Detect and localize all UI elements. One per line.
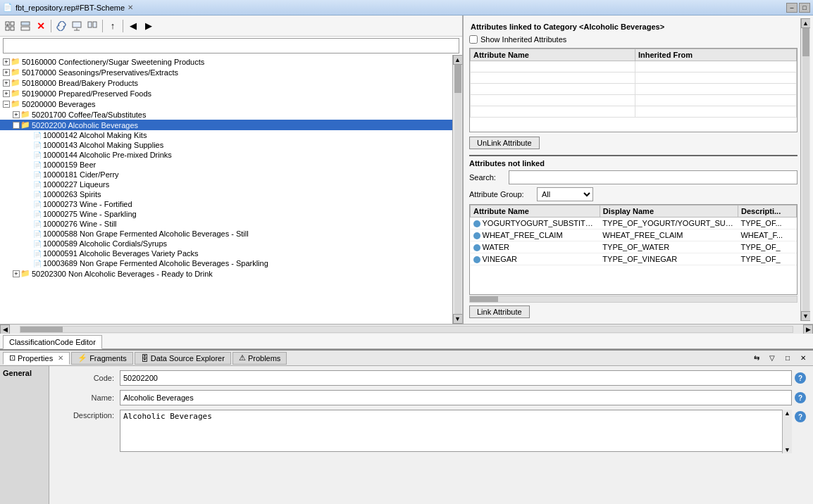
- desc-vscroll-up[interactable]: ▲: [783, 410, 792, 417]
- editor-tab[interactable]: ClassificationCode Editor: [3, 335, 102, 349]
- bottom-maximize-btn[interactable]: □: [781, 351, 795, 365]
- toolbar-separator-3: [123, 20, 123, 32]
- code-help-icon[interactable]: ?: [795, 372, 806, 384]
- desc-vscroll-track: [783, 417, 792, 446]
- vscroll-down-btn[interactable]: ▼: [453, 314, 463, 324]
- tree-item[interactable]: 📄10000276 Wine - Still: [0, 219, 452, 229]
- tree-item[interactable]: 📄10000144 Alcoholic Pre-mixed Drinks: [0, 150, 452, 160]
- not-linked-row[interactable]: VINEGAR TYPE_OF_VINEGAR TYPE_OF_: [471, 253, 797, 265]
- forward-btn[interactable]: ▶: [142, 19, 156, 33]
- nl-display-name: WHEAT_FREE_CLAIM: [600, 229, 738, 241]
- bottom-synced-btn[interactable]: ⇆: [750, 351, 764, 365]
- nl-col-display-name: Display Name: [600, 206, 738, 218]
- tree-item[interactable]: 📄10000181 Cider/Perry: [0, 170, 452, 179]
- title-bar: 📄 fbt_repository.rep#FBT-Scheme ✕ – □: [0, 0, 813, 15]
- problems-tab-label: Problems: [248, 354, 280, 363]
- hscroll-right-btn[interactable]: ▶: [803, 325, 813, 334]
- tree-item[interactable]: 📄10003689 Non Grape Fermented Alcoholic …: [0, 258, 452, 268]
- bottom-minimize-btn[interactable]: ▽: [765, 351, 779, 365]
- maximize-btn[interactable]: □: [799, 3, 810, 13]
- properties-form: Code: ? Name: ? Description: Alcoholic B…: [49, 366, 813, 504]
- title-bar-text: fbt_repository.rep#FBT-Scheme: [15, 4, 125, 12]
- tree-item[interactable]: +📁50160000 Confectionery/Sugar Sweetenin…: [0, 56, 452, 67]
- svg-rect-10: [88, 22, 92, 27]
- problems-tab[interactable]: ⚠ Problems: [232, 352, 287, 365]
- attr-group-select[interactable]: All: [537, 187, 593, 201]
- desc-help-icon[interactable]: ?: [795, 411, 806, 422]
- unlink-attribute-btn[interactable]: UnLink Attribute: [469, 137, 540, 149]
- title-bar-icon: 📄: [3, 3, 13, 12]
- link-btn-toolbar[interactable]: [54, 19, 68, 33]
- tree-item[interactable]: 📄10000591 Alcoholic Beverages Variety Pa…: [0, 248, 452, 258]
- tree-item[interactable]: +📁50170000 Seasonings/Preservatives/Extr…: [0, 67, 452, 77]
- tree-item[interactable]: 📄10000589 Alcoholic Cordials/Syrups: [0, 239, 452, 248]
- tree-item[interactable]: 📄10000142 Alcohol Making Kits: [0, 130, 452, 140]
- attr-search-input[interactable]: [509, 170, 798, 184]
- title-bar-close-btn[interactable]: ✕: [128, 4, 133, 11]
- general-nav-label: General: [3, 369, 46, 377]
- hscroll-left-btn[interactable]: ◀: [0, 325, 10, 334]
- tree-item[interactable]: 📄10000143 Alcohol Making Supplies: [0, 140, 452, 150]
- tree-item[interactable]: –📁50202200 Alcoholic Beverages: [0, 120, 452, 130]
- tree-item[interactable]: 📄10000273 Wine - Fortified: [0, 199, 452, 209]
- properties-tab[interactable]: ⊡ Properties ✕: [3, 352, 70, 365]
- tree-item[interactable]: 📄10000159 Beer: [0, 160, 452, 170]
- show-inherited-checkbox[interactable]: [469, 35, 478, 44]
- minimize-btn[interactable]: –: [786, 3, 798, 13]
- desc-textarea[interactable]: Alcoholic Beverages: [120, 410, 792, 452]
- right-vscroll-down-btn[interactable]: ▼: [801, 311, 811, 321]
- not-linked-title: Attributes not linked: [469, 159, 798, 168]
- tree-item[interactable]: +📁50201700 Coffee/Tea/Substitutes: [0, 109, 452, 120]
- nl-hscroll-thumb[interactable]: [470, 296, 498, 302]
- desc-vscroll[interactable]: ▲ ▼: [782, 410, 792, 453]
- not-linked-row[interactable]: YOGURTYOGURT_SUBSTITUTE TYPE_OF_YOGURT/Y…: [471, 218, 797, 229]
- tree-item[interactable]: +📁50180000 Bread/Bakery Products: [0, 77, 452, 88]
- svg-rect-7: [73, 22, 81, 27]
- nl-display-name: TYPE_OF_VINEGAR: [600, 253, 738, 265]
- tree-vscroll[interactable]: ▲ ▼: [452, 55, 462, 324]
- properties-tab-close[interactable]: ✕: [58, 354, 63, 362]
- tree-item[interactable]: –📁50200000 Beverages: [0, 99, 452, 109]
- bottom-close-btn[interactable]: ✕: [796, 351, 810, 365]
- add-child-btn[interactable]: [70, 19, 84, 33]
- search-bar: [0, 37, 462, 55]
- properties-tab-label: Properties: [18, 354, 53, 363]
- datasource-tab[interactable]: 🗄 Data Source Explorer: [135, 352, 231, 365]
- expand-all-btn[interactable]: [3, 19, 17, 33]
- right-vscroll[interactable]: ▲ ▼: [800, 18, 810, 321]
- move-up-btn[interactable]: ↑: [106, 19, 120, 33]
- svg-rect-4: [11, 27, 14, 30]
- desc-vscroll-down[interactable]: ▼: [783, 446, 792, 453]
- name-help-icon[interactable]: ?: [795, 392, 806, 403]
- not-linked-row[interactable]: WATER TYPE_OF_WATER TYPE_OF_: [471, 241, 797, 253]
- tree-item[interactable]: 📄10000275 Wine - Sparkling: [0, 209, 452, 219]
- right-vscroll-up-btn[interactable]: ▲: [801, 18, 811, 28]
- add-sibling-btn[interactable]: [85, 19, 99, 33]
- properties-tab-icon: ⊡: [9, 353, 15, 363]
- link-attribute-btn[interactable]: Link Attribute: [469, 305, 530, 318]
- datasource-tab-icon: 🗄: [141, 354, 149, 363]
- nl-hscroll[interactable]: [469, 296, 798, 303]
- tree-item[interactable]: +📁50190000 Prepared/Preserved Foods: [0, 88, 452, 99]
- delete-btn[interactable]: ✕: [34, 19, 48, 33]
- tree-item[interactable]: 📄10000588 Non Grape Fermented Alcoholic …: [0, 229, 452, 239]
- back-btn[interactable]: ◀: [126, 19, 140, 33]
- tree-item[interactable]: 📄10000227 Liqueurs: [0, 179, 452, 189]
- code-label: Code:: [56, 374, 120, 382]
- not-linked-row[interactable]: WHEAT_FREE_CLAIM WHEAT_FREE_CLAIM WHEAT_…: [471, 229, 797, 241]
- vscroll-up-btn[interactable]: ▲: [453, 55, 463, 65]
- fragments-tab[interactable]: ⚡ Fragments: [71, 352, 133, 365]
- right-vscroll-thumb[interactable]: [802, 28, 809, 56]
- hscroll-thumb[interactable]: [20, 327, 63, 332]
- tree-search-input[interactable]: [3, 38, 459, 53]
- vscroll-thumb[interactable]: [454, 65, 461, 93]
- code-input[interactable]: [120, 370, 792, 386]
- name-input[interactable]: [120, 390, 792, 405]
- datasource-tab-label: Data Source Explorer: [151, 354, 225, 363]
- linked-empty-row-5: [471, 106, 797, 118]
- collapse-all-btn[interactable]: [18, 19, 32, 33]
- tree-item[interactable]: 📄10000263 Spirits: [0, 189, 452, 199]
- attr-group-label: Attribute Group:: [469, 190, 533, 199]
- svg-rect-6: [21, 27, 30, 30]
- tree-item[interactable]: +📁50202300 Non Alcoholic Beverages - Rea…: [0, 268, 452, 279]
